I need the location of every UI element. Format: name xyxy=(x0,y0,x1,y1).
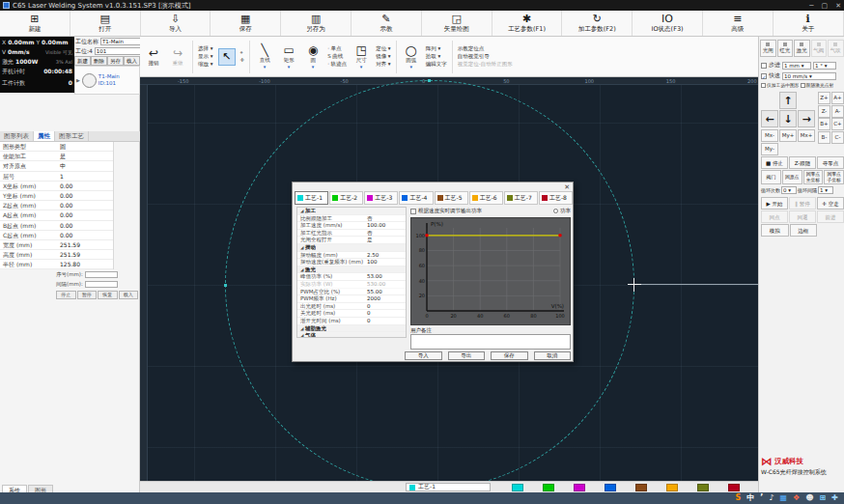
cycle-gap-select[interactable]: 1 ▾ xyxy=(818,186,833,194)
tray-icon[interactable]: ❖ xyxy=(793,493,800,503)
mini-form-button[interactable]: 停止 xyxy=(56,291,76,299)
dialog-button[interactable]: 导出 xyxy=(448,351,486,360)
mini-form-input[interactable] xyxy=(85,281,118,288)
view-menu-item[interactable]: 显示 ▾ xyxy=(198,53,213,60)
redo-button[interactable]: ↪ 重做 xyxy=(168,47,187,67)
simulate-button[interactable]: 边框 xyxy=(790,224,818,237)
sidebar-tab[interactable]: 属性 xyxy=(34,131,55,141)
home-row-button[interactable]: 阀门 xyxy=(761,170,781,184)
axis-jog-button[interactable]: Z- xyxy=(818,105,830,118)
axis-jog-button[interactable]: C+ xyxy=(831,118,844,130)
axis-jog-button[interactable]: Z+ xyxy=(818,92,830,104)
property-row[interactable]: 使能加工 是 xyxy=(0,152,113,161)
fast-checkbox[interactable]: ✓ xyxy=(761,73,767,79)
run-control-button[interactable]: ‖ 暂停 xyxy=(789,197,816,210)
property-row[interactable]: 层号 1 xyxy=(0,172,113,182)
sidebar-tab[interactable]: 图形工艺 xyxy=(55,131,89,141)
process-property-row[interactable]: 激光 xyxy=(297,266,406,274)
process-tab[interactable]: 工艺-2 xyxy=(329,191,363,205)
stop-row-button[interactable]: Z-跟随 xyxy=(789,156,816,169)
circle-tool[interactable]: ◉ 圆▾ xyxy=(303,44,323,70)
trace-control-button[interactable]: 前进 xyxy=(817,210,844,223)
undo-button[interactable]: ↩ 撤销 xyxy=(144,47,163,67)
dialog-close-button[interactable]: ✕ xyxy=(564,183,570,191)
io-toggle-button[interactable]: 气阀 xyxy=(811,40,828,57)
expand-arrow-icon[interactable]: ▶ xyxy=(76,77,80,83)
close-button[interactable]: ✕ xyxy=(835,2,841,10)
craft-swatch[interactable] xyxy=(543,484,554,491)
jog-right-button[interactable]: → xyxy=(798,110,815,127)
process-property-row[interactable]: 摆动速度(重复频率) (mm) 100 xyxy=(297,259,406,266)
craft-swatch[interactable] xyxy=(605,484,616,491)
minimize-button[interactable]: ─ xyxy=(809,2,813,10)
point-tool-item[interactable]: · 单点 xyxy=(327,45,347,52)
property-row[interactable]: Y坐标 (mm) 0.00 xyxy=(0,191,113,201)
station-button[interactable]: 载入 xyxy=(124,56,140,66)
axis-jog-button[interactable]: C- xyxy=(831,131,844,144)
process-property-row[interactable]: 比例跟随加工 否 xyxy=(297,215,406,223)
trace-control-button[interactable]: 回退 xyxy=(789,210,816,223)
dialog-button[interactable]: 导入 xyxy=(405,351,442,360)
vision-menu-item[interactable]: 自动视觉引导 xyxy=(458,53,513,60)
follow-laser-checkbox[interactable] xyxy=(801,83,805,88)
craft-swatch[interactable] xyxy=(574,484,585,491)
power-legend-radio[interactable] xyxy=(553,209,558,213)
maximize-button[interactable]: ▢ xyxy=(822,2,829,10)
craft-swatch[interactable] xyxy=(697,484,709,491)
io-toggle-button[interactable]: 气吹 xyxy=(828,40,844,57)
property-row[interactable]: A起点 (mm) 0.00 xyxy=(0,210,113,220)
process-property-row[interactable]: 实际功率 (W) 530.00 xyxy=(297,281,406,289)
io-toggle-button[interactable]: 红光 xyxy=(777,40,794,57)
home-row-button[interactable]: 回零点 子坐标 xyxy=(824,170,844,184)
toolbar-button[interactable]: ▤ 打开 xyxy=(70,11,141,36)
process-property-row[interactable]: 峰值功率 (%) 53.00 xyxy=(297,273,406,281)
axis-jog-button[interactable]: B+ xyxy=(818,118,830,130)
tray-icon[interactable]: ♪ xyxy=(769,493,774,503)
stop-row-button[interactable]: 寻零点 xyxy=(817,156,844,169)
craft-swatch[interactable] xyxy=(666,484,678,491)
property-row[interactable]: 宽度 (mm) 251.59 xyxy=(0,240,113,250)
io-toggle-button[interactable]: 光闸 xyxy=(760,40,776,57)
line-tool[interactable]: ╲ 直线▾ xyxy=(255,44,274,70)
align-menu-item[interactable]: 镜像 ▾ xyxy=(376,53,391,60)
jog-down-button[interactable]: ↓ xyxy=(779,110,797,127)
station-button[interactable]: 删除 xyxy=(91,56,107,66)
home-row-button[interactable]: 回零点 主坐标 xyxy=(803,170,824,184)
process-property-row[interactable]: PWM占空比 (%) 55.00 xyxy=(297,289,406,296)
process-tab[interactable]: 工艺-6 xyxy=(469,191,503,205)
step-angle-select[interactable]: 1 ° ▾ xyxy=(813,62,836,70)
snap-tool[interactable]: ⌖ xyxy=(240,49,245,56)
property-row[interactable]: C起点 (mm) 0.00 xyxy=(0,231,113,240)
process-property-row[interactable]: 关光延时 (ms) 0 xyxy=(297,310,406,318)
tray-icon[interactable]: ✚ xyxy=(831,493,838,503)
edit-menu-item[interactable]: 编辑文字 xyxy=(426,61,447,68)
tray-icon[interactable]: ’ xyxy=(760,493,763,503)
craft-swatch[interactable] xyxy=(512,484,523,491)
mini-form-button[interactable]: 载入 xyxy=(119,291,139,299)
pan-tool[interactable]: ✛ xyxy=(240,57,245,64)
process-property-row[interactable]: 加工 xyxy=(297,208,406,215)
view-menu-item[interactable]: 缩放 ▾ xyxy=(198,61,213,68)
align-menu-item[interactable]: 对齐 ▾ xyxy=(376,61,391,68)
process-property-row[interactable]: 摆动幅度 (mm) 2.50 xyxy=(297,252,406,260)
process-property-row[interactable]: 加工速度 (mm/s) 100.00 xyxy=(297,222,406,230)
process-tab[interactable]: 工艺-7 xyxy=(504,191,538,205)
process-property-row[interactable]: 摆动 xyxy=(297,244,406,252)
mini-form-input[interactable] xyxy=(85,271,118,278)
process-property-row[interactable]: 辅助激光 xyxy=(297,325,406,333)
station-button[interactable]: 新建 xyxy=(74,56,91,66)
property-row[interactable]: 对齐原点 中 xyxy=(0,161,113,171)
follow-speed-checkbox[interactable] xyxy=(410,209,416,214)
process-property-row[interactable]: 气体 xyxy=(297,332,406,338)
axis-jog-button[interactable]: A- xyxy=(831,105,844,118)
process-tab[interactable]: 工艺-1 xyxy=(295,191,328,205)
station-list-item[interactable]: ▶ T1-Main ID:101 xyxy=(74,66,140,95)
craft-selector[interactable]: 工艺-1 xyxy=(406,483,491,491)
process-property-row[interactable]: 出光延时 (ms) 0 xyxy=(297,303,406,311)
vision-menu-item[interactable]: 示教定位点 xyxy=(458,45,513,52)
toolbar-button[interactable]: ◲ 矢量绘图 xyxy=(422,11,492,36)
jog-left-button[interactable]: ← xyxy=(761,110,778,127)
toolbar-button[interactable]: ⇩ 导入 xyxy=(141,11,211,36)
align-menu-item[interactable]: 定位 ▾ xyxy=(376,45,391,52)
property-row[interactable]: B起点 (mm) 0.00 xyxy=(0,221,113,231)
